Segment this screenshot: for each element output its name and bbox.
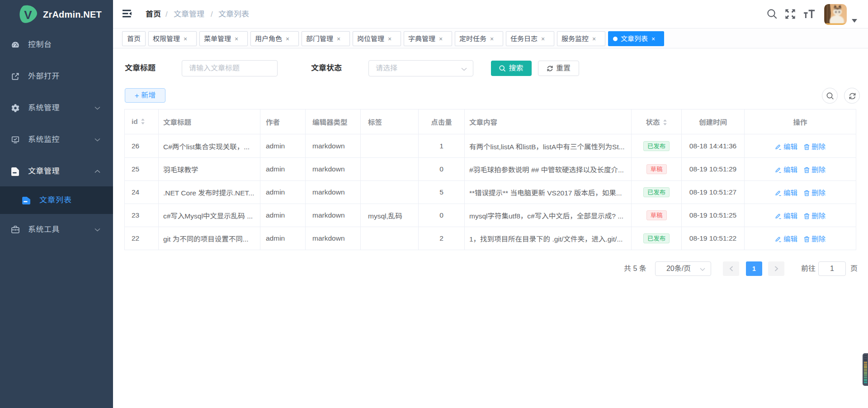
svg-text:V: V <box>24 8 32 22</box>
